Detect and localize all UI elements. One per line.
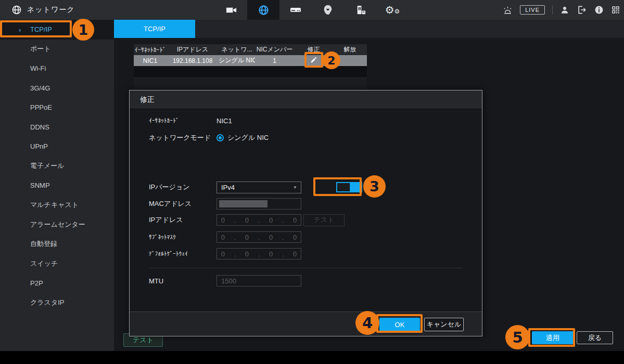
cell-ip: 192.168.1.108	[167, 57, 219, 64]
info-icon[interactable]	[594, 5, 604, 15]
ip-version-row: IPバージョン IPv4 ▼ DHCP	[149, 181, 472, 193]
alarm-siren-icon[interactable]	[503, 5, 513, 15]
nav-camera-icon[interactable]	[215, 0, 247, 20]
main-nav: ⚙⚙	[215, 0, 409, 20]
page-title: ネットワーク	[27, 0, 75, 20]
ip-address-row: IPアドレス 0 . 0 . 0 . 0 テスト	[149, 214, 472, 226]
chevron-right-icon: ›	[19, 25, 21, 33]
dialog-title: 修正	[130, 90, 482, 109]
sidebar-item-ddns[interactable]: DDNS	[0, 118, 114, 137]
col-ethernet-card: ｲｰｻﾈｯﾄｶｰﾄﾞ	[134, 46, 167, 54]
col-network-mode: ネットワ...	[219, 45, 255, 54]
nav-storage-icon[interactable]	[279, 0, 312, 20]
sidebar-item-tcpip[interactable]: ›TCP/IP	[0, 20, 114, 40]
network-mode-label: ネットワークモード	[149, 133, 217, 142]
sidebar-item-snmp[interactable]: SNMP	[0, 176, 114, 196]
ok-button[interactable]: OK	[379, 318, 420, 331]
cell-mode: シングル NIC	[219, 56, 255, 65]
mtu-row: MTU 1500	[149, 275, 472, 287]
default-gateway-label: ﾃﾞﾌｫﾙﾄｹﾞｰﾄｳｪｲ	[149, 251, 217, 257]
sidebar-item-auto-register[interactable]: 自動登録	[0, 235, 114, 254]
tab-tcpip[interactable]: TCP/IP	[114, 20, 195, 38]
table-empty-row	[134, 77, 367, 89]
dhcp-toggle[interactable]	[336, 182, 362, 192]
ip-version-label: IPバージョン	[149, 183, 217, 192]
table-header-row: ｲｰｻﾈｯﾄｶｰﾄﾞ IPアドレス ネットワ... NICメンバー 修正 解放	[134, 44, 367, 55]
top-bar: ネットワーク ⚙⚙ LIVE	[0, 0, 624, 20]
single-nic-radio[interactable]	[217, 134, 224, 141]
col-nic-member: NICメンバー	[255, 45, 294, 54]
sidebar-item-p2p[interactable]: P2P	[0, 274, 114, 293]
nav-settings-gears-icon[interactable]: ⚙⚙	[376, 0, 409, 20]
topbar-divider	[552, 5, 553, 15]
col-edit: 修正	[294, 45, 333, 54]
sidebar-item-multicast[interactable]: マルチキャスト	[0, 196, 114, 215]
ethernet-card-label: ｲｰｻﾈｯﾄｶｰﾄﾞ	[149, 118, 217, 124]
mac-address-label: MACアドレス	[149, 199, 217, 209]
nav-network-icon[interactable]	[247, 0, 279, 20]
user-icon[interactable]	[560, 5, 569, 15]
sidebar-item-switch[interactable]: スイッチ	[0, 254, 114, 274]
nic-table: ｲｰｻﾈｯﾄｶｰﾄﾞ IPアドレス ネットワ... NICメンバー 修正 解放 …	[134, 44, 367, 89]
sidebar-item-wifi[interactable]: Wi-Fi	[0, 59, 114, 79]
ip-address-field[interactable]: 0 . 0 . 0 . 0	[217, 214, 301, 226]
subnet-mask-label: ｻﾌﾞﾈｯﾄﾏｽｸ	[149, 234, 217, 240]
default-gateway-row: ﾃﾞﾌｫﾙﾄｹﾞｰﾄｳｪｲ 0 . 0 . 0 . 0	[149, 248, 472, 260]
mac-redacted-bar	[219, 200, 268, 207]
cancel-button[interactable]: キャンセル	[424, 318, 464, 331]
mtu-field[interactable]: 1500	[217, 275, 301, 287]
qr-code-icon[interactable]	[611, 5, 620, 15]
edit-dialog: 修正 ｲｰｻﾈｯﾄｶｰﾄﾞ NIC1 ネットワークモード シングル NIC IP…	[129, 90, 482, 336]
nav-device-icon[interactable]	[344, 0, 376, 20]
ethernet-card-row: ｲｰｻﾈｯﾄｶｰﾄﾞ NIC1	[149, 114, 472, 127]
mac-address-field	[217, 198, 301, 210]
sidebar-item-pppoe[interactable]: PPPoE	[0, 98, 114, 118]
nvr-network-settings-screen: ネットワーク ⚙⚙ LIVE	[0, 0, 624, 364]
cell-member: 1	[255, 57, 294, 64]
dialog-footer: OK キャンセル	[130, 311, 482, 336]
network-mode-row: ネットワークモード シングル NIC	[149, 132, 472, 144]
chevron-down-icon: ▼	[293, 185, 297, 190]
mac-address-row: MACアドレス	[149, 198, 472, 210]
sidebar-item-alarm-center[interactable]: アラームセンター	[0, 215, 114, 235]
dhcp-label: DHCP	[364, 184, 384, 191]
edit-pencil-icon[interactable]	[310, 56, 317, 63]
section-divider	[149, 268, 463, 268]
ip-test-button-disabled: テスト	[303, 214, 345, 226]
network-globe-icon	[11, 5, 22, 15]
network-mode-value: シングル NIC	[227, 133, 269, 142]
sidebar-item-cluster-ip[interactable]: クラスタIP	[0, 293, 114, 313]
top-bar-right: LIVE	[503, 0, 620, 20]
sidebar-menu: ›TCP/IP ポート Wi-Fi 3G/4G PPPoE DDNS UPnP …	[0, 20, 114, 351]
sidebar-item-email[interactable]: 電子メール	[0, 157, 114, 176]
subnet-mask-field[interactable]: 0 . 0 . 0 . 0	[217, 231, 301, 243]
mtu-label: MTU	[149, 277, 217, 285]
ethernet-card-value: NIC1	[217, 117, 232, 125]
table-row-nic1[interactable]: NIC1 192.168.1.108 シングル NIC 1	[134, 55, 367, 66]
tab-strip: TCP/IP	[114, 20, 624, 38]
ip-address-label: IPアドレス	[149, 215, 217, 225]
ip-version-select[interactable]: IPv4 ▼	[217, 181, 301, 193]
cell-card: NIC1	[134, 57, 167, 64]
table-empty-row	[134, 66, 367, 77]
nav-account-icon[interactable]	[312, 0, 344, 20]
sidebar-item-upnp[interactable]: UPnP	[0, 137, 114, 157]
apply-button[interactable]: 適用	[532, 331, 574, 344]
back-button[interactable]: 戻る	[577, 331, 613, 344]
sidebar-item-3g4g[interactable]: 3G/4G	[0, 79, 114, 98]
sidebar-item-port[interactable]: ポート	[0, 40, 114, 59]
live-button[interactable]: LIVE	[520, 5, 545, 15]
col-unbind: 解放	[333, 45, 367, 54]
subnet-mask-row: ｻﾌﾞﾈｯﾄﾏｽｸ 0 . 0 . 0 . 0	[149, 231, 472, 243]
default-gateway-field[interactable]: 0 . 0 . 0 . 0	[217, 248, 301, 259]
logout-icon[interactable]	[577, 5, 587, 15]
col-ip-address: IPアドレス	[167, 45, 219, 54]
